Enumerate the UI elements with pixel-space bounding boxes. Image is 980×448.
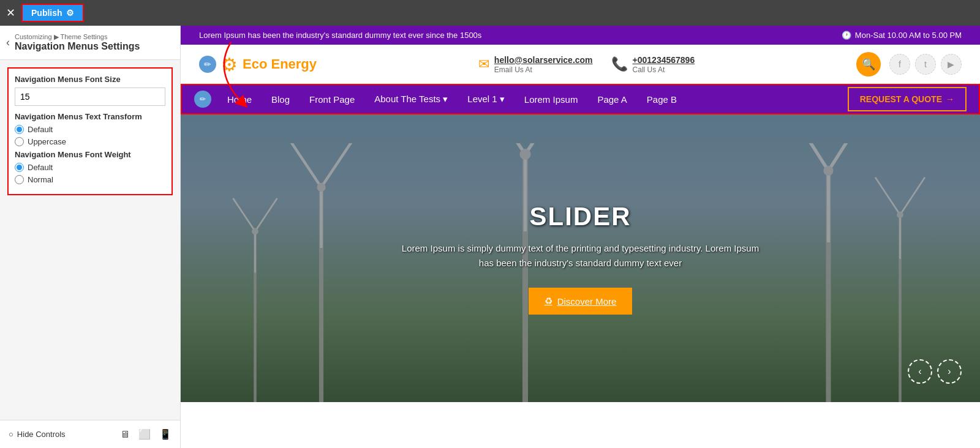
svg-point-19 (252, 228, 258, 235)
font-size-label: Navigation Menus Font Size (15, 75, 165, 84)
sidebar-content: Navigation Menus Font Size Navigation Me… (0, 60, 180, 420)
banner-time: 🕐 Mon-Sat 10.00 AM to 5.00 PM (842, 31, 962, 40)
footer-view-icons: 🖥 ⬜ 📱 (120, 428, 172, 440)
slider-prev-button[interactable]: ‹ (908, 359, 932, 384)
text-transform-default[interactable]: Default (15, 125, 165, 134)
text-transform-label: Navigation Menus Text Transform (15, 112, 165, 121)
slider-title: SLIDER (397, 202, 764, 231)
nav-level1[interactable]: Level 1 ▾ (458, 85, 514, 113)
text-transform-group: Default Uppercase (15, 125, 165, 146)
svg-line-16 (233, 198, 255, 231)
nav-page-a[interactable]: Page A (587, 86, 636, 113)
mobile-view-button[interactable]: 📱 (159, 428, 172, 440)
close-button[interactable]: ✕ (6, 6, 15, 20)
slider-content: SLIDER Lorem Ipsum is simply dummy text … (397, 202, 764, 315)
sidebar-header: ‹ Customizing ▶ Theme Settings Navigatio… (0, 26, 180, 60)
logo-area: ✏ ⚙ Eco Energy (199, 54, 317, 75)
discover-icon: ♻ (545, 296, 552, 307)
font-weight-normal-label: Normal (28, 175, 53, 184)
gear-icon: ⚙ (66, 8, 74, 18)
facebook-icon[interactable]: f (889, 54, 910, 75)
discover-more-button[interactable]: ♻ Discover More (529, 288, 633, 315)
site-header: ✏ ⚙ Eco Energy ✉ hello@solarservice.com … (181, 45, 980, 84)
sidebar: ‹ Customizing ▶ Theme Settings Navigatio… (0, 26, 181, 448)
svg-line-1 (288, 143, 322, 187)
text-transform-uppercase[interactable]: Uppercase (15, 137, 165, 146)
nav-blog[interactable]: Blog (262, 86, 300, 113)
social-icons: f t ▶ (889, 54, 962, 75)
contact-area: ✉ hello@solarservice.com Email Us At 📞 +… (478, 54, 695, 74)
slider-next-button[interactable]: › (937, 359, 962, 384)
publish-button[interactable]: Publish ⚙ (21, 4, 84, 22)
phone-icon: 📞 (611, 56, 628, 72)
font-size-input[interactable] (15, 88, 165, 106)
font-weight-default-label: Default (28, 163, 53, 172)
nav-page-b[interactable]: Page B (637, 86, 687, 113)
hide-controls-button[interactable]: ○ Hide Controls (9, 430, 66, 439)
svg-line-7 (526, 143, 570, 154)
slider-arrows: ‹ › (908, 359, 962, 384)
youtube-icon[interactable]: ▶ (941, 54, 962, 75)
nav-pencil-icon: ✏ (194, 91, 211, 108)
svg-line-17 (255, 198, 277, 231)
discover-label: Discover More (557, 296, 617, 307)
admin-bar: ✕ Publish ⚙ (0, 0, 980, 26)
text-transform-uppercase-label: Uppercase (28, 137, 66, 146)
main-layout: ‹ Customizing ▶ Theme Settings Navigatio… (0, 26, 980, 448)
sidebar-title: Navigation Menus Settings (15, 41, 140, 52)
nav-home[interactable]: Home (217, 86, 262, 113)
font-weight-default-radio[interactable] (15, 163, 24, 172)
back-button[interactable]: ‹ (6, 36, 10, 49)
phone-link[interactable]: +001234567896 (633, 55, 695, 65)
svg-point-9 (520, 149, 531, 160)
email-contact: ✉ hello@solarservice.com Email Us At (478, 54, 593, 74)
banner-text: Lorem Ipsum has been the industry's stan… (199, 31, 481, 40)
desktop-view-button[interactable]: 🖥 (120, 428, 130, 440)
nav-about-tests[interactable]: About The Tests ▾ (364, 85, 458, 113)
breadcrumb: Customizing ▶ Theme Settings (15, 33, 140, 41)
text-transform-default-radio[interactable] (15, 125, 24, 134)
font-weight-default[interactable]: Default (15, 163, 165, 172)
email-label: Email Us At (494, 65, 593, 74)
font-weight-label: Navigation Menus Font Weight (15, 150, 165, 159)
slider-description: Lorem Ipsum is simply dummy text of the … (397, 241, 764, 271)
svg-line-22 (900, 177, 925, 215)
request-quote-button[interactable]: REQUEST A QUOTE → (848, 87, 967, 111)
cta-label: REQUEST A QUOTE (860, 94, 942, 104)
svg-point-14 (823, 166, 833, 176)
publish-label: Publish (31, 8, 62, 18)
pencil-icon: ✏ (199, 56, 216, 73)
top-banner: Lorem Ipsum has been the industry's stan… (181, 26, 980, 45)
preview-area: Lorem Ipsum has been the industry's stan… (181, 26, 980, 448)
email-icon: ✉ (478, 56, 489, 72)
phone-detail: +001234567896 Call Us At (633, 54, 695, 74)
font-weight-group: Default Normal (15, 163, 165, 184)
phone-contact: 📞 +001234567896 Call Us At (611, 54, 695, 74)
svg-line-21 (875, 177, 900, 215)
svg-line-12 (829, 143, 867, 171)
search-button[interactable]: 🔍 (856, 52, 881, 77)
hide-controls-icon: ○ (9, 430, 13, 439)
font-weight-normal[interactable]: Normal (15, 175, 165, 184)
time-text: Mon-Sat 10.00 AM to 5.00 PM (855, 31, 962, 40)
svg-line-11 (790, 143, 829, 171)
clock-icon: 🕐 (842, 31, 851, 40)
nav-links: Home Blog Front Page About The Tests ▾ L… (217, 85, 848, 113)
phone-label: Call Us At (633, 65, 695, 74)
nav-lorem-ipsum[interactable]: Lorem Ipsum (514, 86, 588, 113)
nav-menus-control-box: Navigation Menus Font Size Navigation Me… (7, 67, 173, 195)
text-transform-uppercase-radio[interactable] (15, 137, 24, 146)
slider-section: SLIDER Lorem Ipsum is simply dummy text … (181, 114, 980, 402)
font-weight-normal-radio[interactable] (15, 175, 24, 184)
svg-point-24 (897, 212, 903, 218)
nav-front-page[interactable]: Front Page (300, 86, 364, 113)
twitter-icon[interactable]: t (915, 54, 936, 75)
text-transform-default-label: Default (28, 125, 53, 134)
email-link[interactable]: hello@solarservice.com (494, 55, 593, 65)
logo-text: Eco Energy (243, 56, 317, 72)
tablet-view-button[interactable]: ⬜ (138, 428, 151, 440)
svg-line-6 (481, 143, 526, 154)
header-actions: 🔍 f t ▶ (856, 52, 962, 77)
sidebar-footer: ○ Hide Controls 🖥 ⬜ 📱 (0, 420, 180, 448)
email-detail: hello@solarservice.com Email Us At (494, 54, 593, 74)
